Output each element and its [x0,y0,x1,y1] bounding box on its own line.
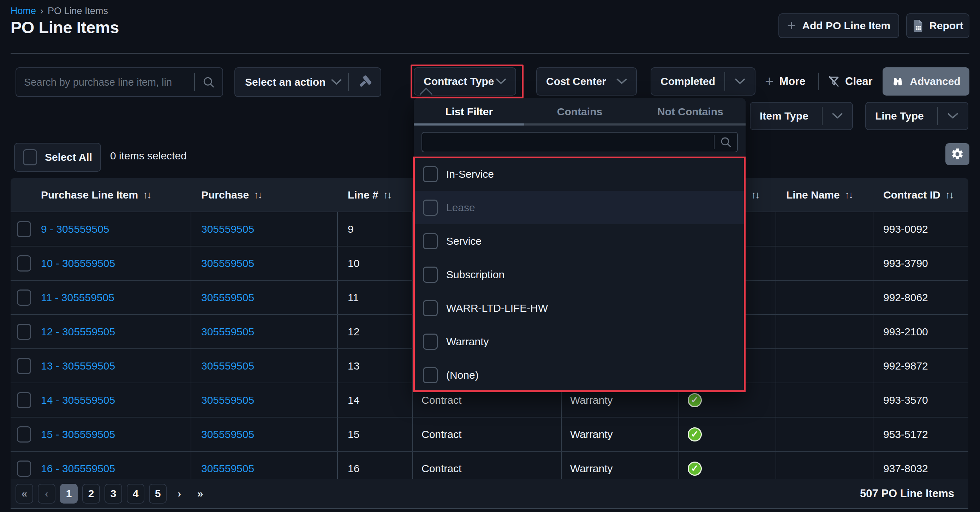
filter-completed[interactable]: Completed [651,67,756,95]
filter-option[interactable]: WARR-LTD-LIFE-HW [414,291,746,325]
filter-item-type[interactable]: Item Type [750,102,853,130]
page-button[interactable]: 4 [127,484,145,504]
page-button-label: « [22,488,27,500]
clear-label: Clear [845,75,873,88]
item-type-cell: Contract [422,463,461,475]
column-label: Line # [348,189,379,201]
filter-option-checkbox[interactable] [423,233,438,249]
filter-option-label: Warranty [446,336,489,348]
purchase-link[interactable]: 305559505 [201,257,254,269]
purchase-link[interactable]: 305559505 [201,360,254,372]
filter-option-checkbox[interactable] [423,367,438,383]
tab-contains[interactable]: Contains [524,98,635,125]
filter-option-checkbox[interactable] [423,266,438,283]
column-header-purchase-line-item[interactable]: Purchase Line Item ↑↓ [11,178,191,212]
more-filters-button[interactable]: + More [765,67,806,95]
completed-check-icon: ✓ [688,393,702,407]
row-checkbox[interactable] [17,255,31,271]
plus-icon: + [787,18,796,33]
select-all-button[interactable]: Select All [14,143,101,172]
table-settings-button[interactable] [945,143,969,165]
page-button[interactable]: 3 [105,484,122,504]
popup-search-input[interactable] [422,136,714,148]
filter-option-checkbox[interactable] [423,200,438,216]
chevron-down-icon[interactable] [938,113,968,119]
filter-completed-label: Completed [651,76,715,87]
page-button[interactable]: 1 [60,484,78,504]
column-header-line-number[interactable]: Line # ↑↓ [338,178,413,212]
column-header-contract-id[interactable]: Contract ID ↑↓ [873,178,968,212]
page-button[interactable]: « [16,484,33,504]
filter-line-type[interactable]: Line Type [865,102,968,130]
search-icon[interactable] [714,136,737,148]
row-checkbox[interactable] [17,392,31,408]
item-type-cell: Contract [422,394,461,406]
report-label: Report [929,20,963,32]
chevron-down-icon[interactable] [822,113,852,119]
sort-icon[interactable]: ↑↓ [143,189,151,201]
filter-option-checkbox[interactable] [423,300,438,316]
sort-icon[interactable]: ↑↓ [751,189,759,201]
advanced-search-button[interactable]: Advanced [883,67,969,95]
filter-option[interactable]: Lease [414,191,746,224]
clear-filters-button[interactable]: Clear [827,67,873,95]
page-button[interactable]: 5 [149,484,167,504]
purchase-line-item-link[interactable]: 13 - 305559505 [41,360,115,372]
more-label: More [780,75,806,88]
page-button[interactable]: 2 [82,484,100,504]
gear-icon [951,147,964,161]
row-checkbox[interactable] [17,358,31,374]
filter-popup-tabs: List Filter Contains Not Contains [414,98,746,125]
plus-icon: + [765,74,774,89]
purchase-link[interactable]: 305559505 [201,463,254,475]
filter-option[interactable]: Subscription [414,258,746,291]
search-input[interactable] [16,76,194,88]
filter-option-checkbox[interactable] [423,334,438,350]
filter-option-checkbox[interactable] [423,166,438,182]
filter-option-label: WARR-LTD-LIFE-HW [446,302,548,314]
sort-icon[interactable]: ↑↓ [254,189,262,201]
line-number-cell: 15 [348,428,360,441]
purchase-line-item-link[interactable]: 12 - 305559505 [41,326,115,338]
purchase-link[interactable]: 305559505 [201,428,254,441]
page-button[interactable]: » [192,484,208,504]
chevron-down-icon[interactable] [725,78,755,85]
tab-list-filter[interactable]: List Filter [414,98,524,125]
filter-option[interactable]: In-Service [414,157,746,191]
filter-option[interactable]: (None) [414,358,746,392]
tab-not-contains[interactable]: Not Contains [635,98,746,125]
search-icon[interactable] [195,76,223,89]
filter-option[interactable]: Service [414,224,746,258]
report-button[interactable]: Report [906,13,969,38]
sort-icon[interactable]: ↑↓ [845,189,853,201]
purchase-link[interactable]: 305559505 [201,223,254,235]
purchase-link[interactable]: 305559505 [201,394,254,406]
purchase-line-item-link[interactable]: 14 - 305559505 [41,394,115,406]
select-all-checkbox[interactable] [23,149,37,165]
purchase-line-item-link[interactable]: 11 - 305559505 [41,292,115,304]
breadcrumb-home-link[interactable]: Home [11,6,36,17]
row-checkbox[interactable] [17,324,31,340]
page-button[interactable]: ‹ [38,484,56,504]
row-checkbox[interactable] [17,221,31,237]
filter-option[interactable]: Warranty [414,325,746,358]
page-title: PO Line Items [11,17,119,37]
gavel-icon[interactable] [349,76,380,89]
purchase-link[interactable]: 305559505 [201,326,254,338]
column-header-line-name[interactable]: Line Name ↑↓ [776,178,873,212]
select-action-dropdown[interactable]: Select an action [234,67,381,97]
purchase-link[interactable]: 305559505 [201,292,254,304]
column-header-purchase[interactable]: Purchase ↑↓ [191,178,338,212]
filter-cost-center[interactable]: Cost Center [536,67,637,95]
row-checkbox[interactable] [17,290,31,306]
sort-icon[interactable]: ↑↓ [383,189,391,201]
row-checkbox[interactable] [17,461,31,477]
purchase-line-item-link[interactable]: 15 - 305559505 [41,428,115,441]
purchase-line-item-link[interactable]: 16 - 305559505 [41,463,115,475]
purchase-line-item-link[interactable]: 10 - 305559505 [41,257,115,269]
page-button[interactable]: › [171,484,188,504]
add-po-line-item-button[interactable]: + Add PO Line Item [778,13,899,38]
row-checkbox[interactable] [17,426,31,442]
sort-icon[interactable]: ↑↓ [945,189,953,201]
purchase-line-item-link[interactable]: 9 - 305559505 [41,223,110,235]
